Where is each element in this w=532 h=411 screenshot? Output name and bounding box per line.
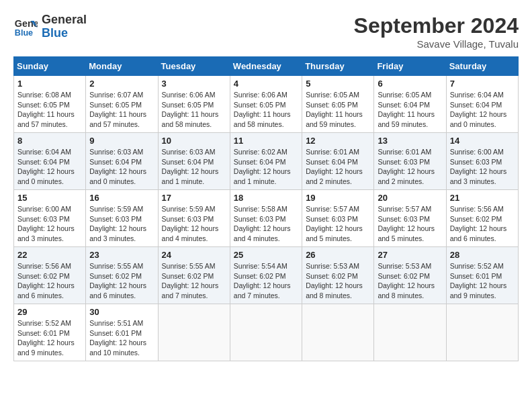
weekday-header-thursday: Thursday [302,57,374,76]
day-number: 2 [89,79,154,89]
calendar-body: 1Sunrise: 6:08 AM Sunset: 6:05 PM Daylig… [14,76,519,361]
calendar-cell: 12Sunrise: 6:01 AM Sunset: 6:04 PM Dayli… [302,133,374,190]
day-info: Sunrise: 5:59 AM Sunset: 6:03 PM Dayligh… [162,204,226,244]
day-info: Sunrise: 6:04 AM Sunset: 6:04 PM Dayligh… [450,90,515,130]
weekday-header-row: SundayMondayTuesdayWednesdayThursdayFrid… [14,57,519,76]
day-number: 28 [450,250,515,260]
day-info: Sunrise: 5:56 AM Sunset: 6:02 PM Dayligh… [450,204,515,244]
weekday-header-wednesday: Wednesday [230,57,302,76]
calendar-cell: 22Sunrise: 5:56 AM Sunset: 6:02 PM Dayli… [14,247,86,304]
calendar-week-row: 29Sunrise: 5:52 AM Sunset: 6:01 PM Dayli… [14,304,519,361]
calendar-cell: 9Sunrise: 6:03 AM Sunset: 6:04 PM Daylig… [86,133,158,190]
day-info: Sunrise: 5:53 AM Sunset: 6:02 PM Dayligh… [378,261,442,301]
day-number: 19 [306,193,370,203]
calendar-cell: 4Sunrise: 6:06 AM Sunset: 6:05 PM Daylig… [230,76,302,133]
calendar-cell: 24Sunrise: 5:55 AM Sunset: 6:02 PM Dayli… [158,247,230,304]
svg-text:Blue: Blue [15,28,33,37]
day-number: 12 [306,136,370,146]
day-number: 9 [89,136,154,146]
day-info: Sunrise: 6:01 AM Sunset: 6:04 PM Dayligh… [306,147,370,187]
month-title: September 2024 [354,13,519,38]
calendar-table: SundayMondayTuesdayWednesdayThursdayFrid… [13,56,519,361]
calendar-cell: 8Sunrise: 6:04 AM Sunset: 6:04 PM Daylig… [14,133,86,190]
day-info: Sunrise: 5:53 AM Sunset: 6:02 PM Dayligh… [306,261,370,301]
logo: General Blue General Blue [13,13,87,40]
weekday-header-tuesday: Tuesday [158,57,230,76]
day-number: 1 [17,79,82,89]
calendar-cell: 14Sunrise: 6:00 AM Sunset: 6:03 PM Dayli… [446,133,518,190]
calendar-cell: 17Sunrise: 5:59 AM Sunset: 6:03 PM Dayli… [158,190,230,247]
day-info: Sunrise: 5:55 AM Sunset: 6:02 PM Dayligh… [162,261,226,301]
day-info: Sunrise: 5:59 AM Sunset: 6:03 PM Dayligh… [89,204,154,244]
calendar-week-row: 22Sunrise: 5:56 AM Sunset: 6:02 PM Dayli… [14,247,519,304]
weekday-header-friday: Friday [374,57,446,76]
day-number: 5 [306,79,370,89]
day-info: Sunrise: 6:04 AM Sunset: 6:04 PM Dayligh… [17,147,82,187]
calendar-cell: 16Sunrise: 5:59 AM Sunset: 6:03 PM Dayli… [86,190,158,247]
day-info: Sunrise: 5:57 AM Sunset: 6:03 PM Dayligh… [378,204,442,244]
day-info: Sunrise: 5:56 AM Sunset: 6:02 PM Dayligh… [17,261,82,301]
calendar-cell [158,304,230,361]
day-number: 14 [450,136,515,146]
day-info: Sunrise: 5:54 AM Sunset: 6:02 PM Dayligh… [234,261,298,301]
calendar-cell: 18Sunrise: 5:58 AM Sunset: 6:03 PM Dayli… [230,190,302,247]
day-info: Sunrise: 5:52 AM Sunset: 6:01 PM Dayligh… [17,318,82,358]
calendar-cell: 15Sunrise: 6:00 AM Sunset: 6:03 PM Dayli… [14,190,86,247]
day-info: Sunrise: 6:02 AM Sunset: 6:04 PM Dayligh… [234,147,298,187]
calendar-cell: 10Sunrise: 6:03 AM Sunset: 6:04 PM Dayli… [158,133,230,190]
calendar-cell: 28Sunrise: 5:52 AM Sunset: 6:01 PM Dayli… [446,247,518,304]
day-info: Sunrise: 6:00 AM Sunset: 6:03 PM Dayligh… [17,204,82,244]
calendar-cell [230,304,302,361]
weekday-header-saturday: Saturday [446,57,518,76]
day-number: 3 [162,79,226,89]
day-info: Sunrise: 6:05 AM Sunset: 6:04 PM Dayligh… [378,90,442,130]
day-number: 22 [17,250,82,260]
day-number: 24 [162,250,226,260]
day-info: Sunrise: 5:58 AM Sunset: 6:03 PM Dayligh… [234,204,298,244]
calendar-cell: 30Sunrise: 5:51 AM Sunset: 6:01 PM Dayli… [86,304,158,361]
day-info: Sunrise: 6:03 AM Sunset: 6:04 PM Dayligh… [162,147,226,187]
day-number: 11 [234,136,298,146]
day-number: 21 [450,193,515,203]
calendar-cell [446,304,518,361]
day-info: Sunrise: 6:00 AM Sunset: 6:03 PM Dayligh… [450,147,515,187]
calendar-cell: 25Sunrise: 5:54 AM Sunset: 6:02 PM Dayli… [230,247,302,304]
location-subtitle: Savave Village, Tuvalu [354,38,519,50]
calendar-cell: 11Sunrise: 6:02 AM Sunset: 6:04 PM Dayli… [230,133,302,190]
calendar-cell: 27Sunrise: 5:53 AM Sunset: 6:02 PM Dayli… [374,247,446,304]
calendar-cell [374,304,446,361]
calendar-week-row: 8Sunrise: 6:04 AM Sunset: 6:04 PM Daylig… [14,133,519,190]
calendar-cell: 5Sunrise: 6:05 AM Sunset: 6:05 PM Daylig… [302,76,374,133]
day-number: 4 [234,79,298,89]
day-number: 27 [378,250,442,260]
calendar-cell: 29Sunrise: 5:52 AM Sunset: 6:01 PM Dayli… [14,304,86,361]
day-info: Sunrise: 6:07 AM Sunset: 6:05 PM Dayligh… [89,90,154,130]
day-info: Sunrise: 5:57 AM Sunset: 6:03 PM Dayligh… [306,204,370,244]
day-number: 17 [162,193,226,203]
calendar-cell: 13Sunrise: 6:01 AM Sunset: 6:03 PM Dayli… [374,133,446,190]
day-number: 23 [89,250,154,260]
calendar-week-row: 1Sunrise: 6:08 AM Sunset: 6:05 PM Daylig… [14,76,519,133]
logo-icon: General Blue [13,15,38,39]
calendar-cell: 23Sunrise: 5:55 AM Sunset: 6:02 PM Dayli… [86,247,158,304]
day-number: 30 [89,307,154,317]
day-number: 6 [378,79,442,89]
day-info: Sunrise: 6:01 AM Sunset: 6:03 PM Dayligh… [378,147,442,187]
day-number: 25 [234,250,298,260]
day-number: 18 [234,193,298,203]
day-info: Sunrise: 6:03 AM Sunset: 6:04 PM Dayligh… [89,147,154,187]
day-info: Sunrise: 6:05 AM Sunset: 6:05 PM Dayligh… [306,90,370,130]
calendar-cell: 6Sunrise: 6:05 AM Sunset: 6:04 PM Daylig… [374,76,446,133]
logo-general: General [42,13,87,27]
calendar-cell: 26Sunrise: 5:53 AM Sunset: 6:02 PM Dayli… [302,247,374,304]
calendar-cell: 7Sunrise: 6:04 AM Sunset: 6:04 PM Daylig… [446,76,518,133]
day-info: Sunrise: 5:55 AM Sunset: 6:02 PM Dayligh… [89,261,154,301]
day-number: 16 [89,193,154,203]
calendar-week-row: 15Sunrise: 6:00 AM Sunset: 6:03 PM Dayli… [14,190,519,247]
day-number: 10 [162,136,226,146]
day-info: Sunrise: 6:06 AM Sunset: 6:05 PM Dayligh… [162,90,226,130]
day-number: 20 [378,193,442,203]
weekday-header-sunday: Sunday [14,57,86,76]
calendar-cell: 1Sunrise: 6:08 AM Sunset: 6:05 PM Daylig… [14,76,86,133]
day-info: Sunrise: 5:51 AM Sunset: 6:01 PM Dayligh… [89,318,154,358]
